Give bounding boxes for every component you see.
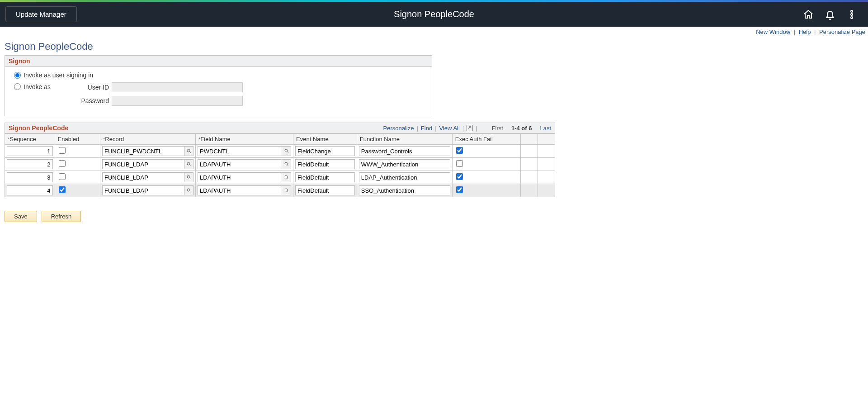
lookup-icon[interactable] — [184, 159, 193, 169]
field-name-input[interactable] — [198, 172, 282, 182]
grid-personalize-link[interactable]: Personalize — [383, 125, 414, 132]
page-header-title: Signon PeopleCode — [394, 9, 474, 19]
page-title: Signon PeopleCode — [5, 41, 863, 52]
lookup-icon[interactable] — [282, 159, 291, 169]
lookup-icon[interactable] — [184, 185, 193, 195]
event-name-input[interactable] — [295, 146, 355, 156]
header-icons — [803, 9, 863, 20]
signon-groupbox: Signon Invoke as user signing in Invoke … — [5, 55, 432, 116]
svg-line-8 — [189, 165, 191, 166]
signon-peoplecode-grid: Signon PeopleCode Personalize | Find | V… — [5, 123, 555, 197]
grid-view-all-link[interactable]: View All — [439, 125, 460, 132]
svg-line-6 — [287, 152, 288, 153]
field-name-input[interactable] — [198, 185, 282, 195]
field-name-input[interactable] — [198, 146, 282, 156]
separator: | — [814, 28, 816, 35]
svg-line-18 — [287, 191, 288, 193]
user-id-label: User ID — [73, 84, 109, 91]
function-name-input[interactable] — [359, 185, 450, 195]
lookup-icon[interactable] — [282, 146, 291, 156]
record-input[interactable] — [102, 185, 184, 195]
invoke-signing-in-radio[interactable] — [14, 72, 21, 79]
grid-title: Signon PeopleCode — [9, 124, 68, 132]
col-delete-row — [538, 134, 555, 145]
invoke-as-label: Invoke as — [24, 83, 78, 90]
lookup-icon[interactable] — [282, 172, 291, 182]
content-area: Signon PeopleCode Signon Invoke as user … — [0, 37, 868, 226]
enabled-checkbox[interactable] — [59, 160, 66, 167]
svg-point-1 — [851, 14, 853, 15]
lookup-icon[interactable] — [282, 185, 291, 195]
svg-point-5 — [285, 149, 288, 152]
svg-line-12 — [189, 178, 191, 180]
event-name-input[interactable] — [295, 172, 355, 182]
bell-icon[interactable] — [825, 9, 835, 20]
record-input[interactable] — [102, 146, 184, 156]
col-enabled[interactable]: Enabled — [55, 134, 100, 145]
sequence-input[interactable] — [7, 185, 53, 195]
personalize-page-link[interactable]: Personalize Page — [819, 28, 865, 35]
refresh-button[interactable]: Refresh — [42, 211, 81, 222]
separator: | — [794, 28, 795, 35]
record-input[interactable] — [102, 159, 184, 169]
field-name-input[interactable] — [198, 159, 282, 169]
table-row — [5, 158, 555, 171]
col-sequence[interactable]: Sequence — [5, 134, 55, 145]
zoom-icon[interactable] — [467, 125, 473, 131]
col-add-row — [520, 134, 538, 145]
sequence-input[interactable] — [7, 159, 53, 169]
col-function-name[interactable]: Function Name — [357, 134, 452, 145]
svg-point-7 — [187, 162, 190, 165]
sequence-input[interactable] — [7, 146, 53, 156]
svg-point-0 — [851, 10, 853, 12]
exec-auth-fail-checkbox[interactable] — [456, 147, 463, 154]
function-name-input[interactable] — [359, 159, 450, 169]
enabled-checkbox[interactable] — [59, 173, 66, 180]
exec-auth-fail-checkbox[interactable] — [456, 160, 463, 167]
grid-find-link[interactable]: Find — [421, 125, 432, 132]
grid-first-link[interactable]: First — [492, 125, 503, 132]
signon-groupbox-title: Signon — [5, 56, 432, 67]
sequence-input[interactable] — [7, 172, 53, 182]
lookup-icon[interactable] — [184, 146, 193, 156]
enabled-checkbox[interactable] — [59, 147, 66, 154]
header-bar: Update Manager Signon PeopleCode — [0, 2, 868, 27]
svg-line-10 — [287, 165, 288, 166]
top-links-row: New Window | Help | Personalize Page — [0, 27, 868, 37]
record-input[interactable] — [102, 172, 184, 182]
col-field-name[interactable]: Field Name — [196, 134, 293, 145]
new-window-link[interactable]: New Window — [756, 28, 790, 35]
function-name-input[interactable] — [359, 146, 450, 156]
lookup-icon[interactable] — [184, 172, 193, 182]
grid-range-label: 1-4 of 6 — [511, 125, 532, 132]
exec-auth-fail-checkbox[interactable] — [456, 186, 463, 193]
event-name-input[interactable] — [295, 159, 355, 169]
invoke-signing-in-label: Invoke as user signing in — [24, 71, 93, 79]
exec-auth-fail-checkbox[interactable] — [456, 173, 463, 180]
svg-line-14 — [287, 178, 288, 180]
svg-point-9 — [285, 162, 288, 165]
function-name-input[interactable] — [359, 172, 450, 182]
help-link[interactable]: Help — [799, 28, 811, 35]
table-row — [5, 171, 555, 184]
svg-point-11 — [187, 175, 190, 178]
svg-point-15 — [187, 189, 190, 191]
password-label: Password — [73, 97, 109, 104]
save-button[interactable]: Save — [5, 211, 37, 222]
table-row — [5, 145, 555, 158]
grid-last-link[interactable]: Last — [540, 125, 551, 132]
col-event-name[interactable]: Event Name — [293, 134, 357, 145]
update-manager-button[interactable]: Update Manager — [5, 6, 77, 22]
kebab-menu-icon[interactable] — [846, 9, 857, 20]
button-row: Save Refresh — [5, 211, 863, 222]
user-id-input[interactable] — [112, 82, 243, 92]
svg-line-4 — [189, 152, 191, 153]
table-row — [5, 184, 555, 197]
event-name-input[interactable] — [295, 185, 355, 195]
home-icon[interactable] — [803, 9, 814, 20]
password-input[interactable] — [112, 96, 243, 106]
enabled-checkbox[interactable] — [59, 186, 66, 193]
col-exec-auth-fail[interactable]: Exec Auth Fail — [452, 134, 520, 145]
col-record[interactable]: Record — [100, 134, 196, 145]
invoke-as-radio[interactable] — [14, 83, 21, 90]
